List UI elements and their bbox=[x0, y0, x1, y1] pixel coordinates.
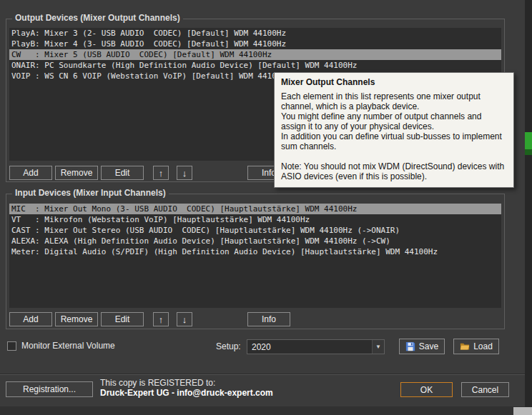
input-button-row: Add Remove Edit ↑ ↓ Info bbox=[9, 312, 501, 326]
output-device-row[interactable]: ONAIR: PC Soundkarte (High Definition Au… bbox=[9, 60, 501, 71]
tooltip-paragraph: Note: You should not mix WDM (DirectSoun… bbox=[281, 161, 507, 181]
output-device-row-selected[interactable]: CW : Mixer 5 (USB AUDIO CODEC) [Default]… bbox=[9, 49, 501, 60]
output-devices-title: Output Devices (Mixer Output Channels) bbox=[12, 13, 183, 23]
background-window-strip bbox=[525, 0, 532, 415]
input-device-row[interactable]: CAST : Mixer Out Stereo (USB AUDIO CODEC… bbox=[9, 225, 501, 236]
ok-button[interactable]: OK bbox=[400, 382, 453, 397]
input-devices-group: Input Devices (Mixer Input Channels) MIC… bbox=[6, 194, 505, 329]
tooltip-paragraph: You might define any number of output ch… bbox=[281, 111, 507, 131]
level-meter-green bbox=[525, 132, 532, 149]
load-button[interactable]: Load bbox=[453, 339, 499, 354]
setup-select[interactable]: 2020 ▼ bbox=[247, 339, 385, 354]
input-device-list[interactable]: MIC : Mixer Out Mono (3- USB AUDIO CODEC… bbox=[9, 204, 501, 308]
tooltip-paragraph: Each element in this list represents one… bbox=[281, 91, 507, 111]
tooltip: Mixer Output Channels Each element in th… bbox=[274, 72, 514, 188]
output-move-up-button[interactable]: ↑ bbox=[153, 166, 169, 180]
monitor-volume-label: Monitor External Volume bbox=[21, 341, 115, 351]
registered-to-line1: This copy is REGISTERED to: bbox=[100, 378, 215, 388]
output-edit-button[interactable]: Edit bbox=[101, 166, 144, 180]
output-remove-button[interactable]: Remove bbox=[55, 166, 98, 180]
save-button[interactable]: Save bbox=[399, 339, 445, 354]
floppy-disk-icon bbox=[405, 341, 415, 351]
load-label: Load bbox=[473, 341, 493, 351]
input-device-row-selected[interactable]: MIC : Mixer Out Mono (3- USB AUDIO CODEC… bbox=[9, 204, 501, 214]
tooltip-paragraph bbox=[281, 151, 507, 161]
input-device-row[interactable]: ALEXA: ALEXA (High Definition Audio Devi… bbox=[9, 236, 501, 246]
output-device-row[interactable]: PlayB: Mixer 4 (3- USB AUDIO CODEC) [Def… bbox=[9, 39, 501, 49]
input-info-button[interactable]: Info bbox=[247, 312, 290, 326]
output-device-row[interactable]: PlayA: Mixer 3 (2- USB AUDIO CODEC) [Def… bbox=[9, 28, 501, 39]
setup-label: Setup: bbox=[216, 341, 241, 351]
input-add-button[interactable]: Add bbox=[9, 312, 52, 326]
folder-open-icon bbox=[460, 341, 470, 351]
footer-divider bbox=[0, 374, 525, 375]
save-label: Save bbox=[419, 341, 438, 351]
registered-to-line2: Druck-Expert UG - info@druck-expert.com bbox=[100, 388, 273, 398]
cancel-button[interactable]: Cancel bbox=[461, 382, 509, 397]
input-remove-button[interactable]: Remove bbox=[55, 312, 98, 326]
chevron-down-icon[interactable]: ▼ bbox=[372, 340, 384, 354]
input-device-row[interactable]: VT : Mikrofon (Webstation VoIP) [Hauptla… bbox=[9, 214, 501, 225]
input-edit-button[interactable]: Edit bbox=[101, 312, 144, 326]
setup-selected-value: 2020 bbox=[247, 342, 372, 352]
input-move-down-button[interactable]: ↓ bbox=[177, 312, 192, 326]
tooltip-title: Mixer Output Channels bbox=[281, 77, 507, 87]
dialog-bottom-edge bbox=[0, 406, 525, 415]
input-device-row[interactable]: Meter: Digital Audio (S/PDIF) (High Defi… bbox=[9, 246, 501, 257]
monitor-volume-checkbox[interactable] bbox=[7, 341, 16, 351]
corner-artifact bbox=[513, 407, 532, 415]
input-move-up-button[interactable]: ↑ bbox=[153, 312, 169, 326]
tooltip-paragraph: In addition you can define virtual sub-b… bbox=[281, 131, 507, 151]
input-devices-title: Input Devices (Mixer Input Channels) bbox=[12, 188, 169, 198]
registration-button[interactable]: Registration... bbox=[6, 381, 93, 397]
output-add-button[interactable]: Add bbox=[9, 166, 52, 180]
level-meter-green-dark bbox=[525, 149, 532, 155]
output-move-down-button[interactable]: ↓ bbox=[177, 166, 192, 180]
